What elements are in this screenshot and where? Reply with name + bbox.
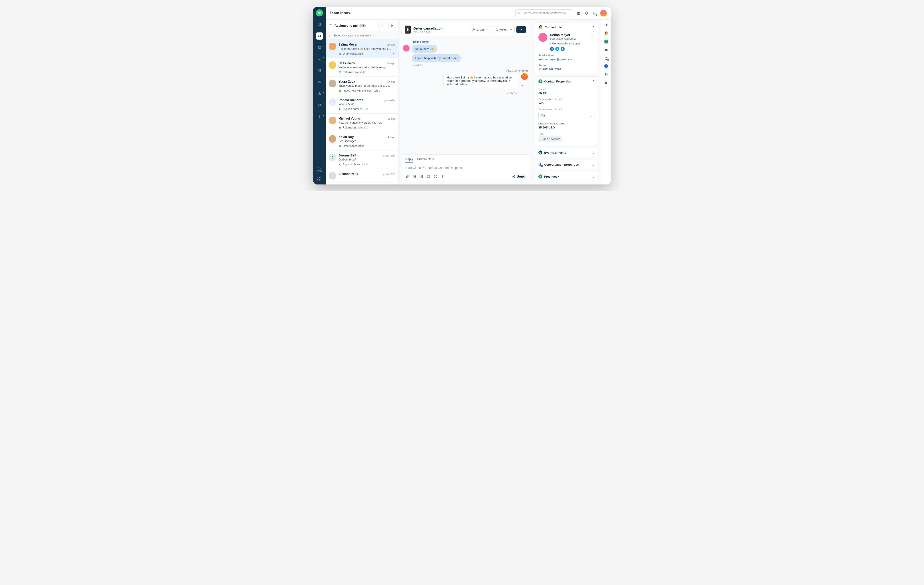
email-value[interactable]: selina.meyer@gmail.com	[538, 58, 595, 61]
contact-conversation-count: 4 Conversations (2 open)	[550, 42, 587, 45]
send-icon	[512, 175, 515, 178]
more-icon[interactable]	[441, 175, 444, 178]
filter-label[interactable]: Assigned to me 34	[335, 24, 366, 27]
conversation-item[interactable]: Eleanor Pena4 Jan 2022	[326, 169, 398, 182]
nav-segments-icon[interactable]	[316, 44, 323, 51]
freshdesk-header[interactable]: f Freshdesk ⌄	[535, 172, 598, 181]
svg-point-42	[606, 83, 607, 83]
nav-messages-icon[interactable]	[316, 102, 323, 109]
search-input[interactable]: Search conversation, contacts,etc.	[515, 9, 573, 17]
user-avatar[interactable]	[600, 10, 607, 17]
svg-point-3	[318, 46, 319, 47]
conversation-item[interactable]: J Jerome Bell9 Jan 2022 Outbound call Su…	[326, 150, 398, 169]
expand-icon[interactable]	[604, 23, 608, 27]
svg-point-6	[320, 48, 321, 49]
conversation-preview: How do I cancel my order? Pls help	[338, 121, 395, 124]
svg-point-36	[442, 176, 443, 177]
nav-knowledge-icon[interactable]	[316, 67, 323, 74]
facebook-icon[interactable]: f	[561, 47, 564, 51]
tab-private-note[interactable]: Private Note	[417, 157, 434, 163]
channel-mobile-icon	[405, 26, 411, 33]
bell-icon[interactable]	[584, 11, 589, 16]
widget-headset-icon[interactable]	[604, 72, 608, 76]
clv-value: $5,505 USD	[538, 126, 595, 129]
chevron-down-icon	[486, 28, 488, 31]
nav-contacts-icon[interactable]	[316, 56, 323, 63]
contact-location: San Mateo, California	[550, 37, 587, 40]
top-bar: Team Inbox Search conversation, contacts…	[326, 7, 611, 20]
conversation-preview: Thankyou so much for the reply Jake. Ca.…	[338, 84, 395, 88]
nav-cloud-icon[interactable]: Five9	[316, 166, 323, 173]
conversation-time: 2d ago	[388, 117, 395, 120]
widget-diamond-icon[interactable]	[604, 64, 609, 69]
edit-contact-button[interactable]	[590, 33, 595, 38]
agent-dropdown[interactable]: Mike...	[493, 26, 515, 33]
linkedin-icon[interactable]: in	[550, 47, 554, 51]
conversation-item[interactable]: Selina Meyer2m ago Hey there Selina 👋 I …	[326, 40, 398, 58]
nav-inbox-icon[interactable]	[316, 33, 323, 40]
filter-count-badge: 34	[360, 24, 366, 27]
gift-icon[interactable]	[576, 11, 581, 16]
resolve-button[interactable]	[516, 26, 526, 33]
locale-value: en-GB	[538, 91, 595, 95]
emoji-icon[interactable]	[434, 175, 437, 178]
tab-reply[interactable]: Reply	[405, 157, 413, 163]
widget-add-user-icon[interactable]	[604, 56, 608, 60]
widget-sliders-icon[interactable]	[604, 81, 608, 85]
chevron-up-icon: ⌃	[592, 26, 595, 29]
message-bubble: Hello there 👋	[412, 45, 437, 53]
social-links: in t f	[550, 47, 587, 51]
filter-settings-button[interactable]	[388, 22, 395, 29]
conversation-props-header[interactable]: 👤 Conversation properties ⌄	[535, 160, 598, 169]
send-button[interactable]: Send	[512, 175, 525, 178]
nav-settings-icon[interactable]	[316, 113, 323, 121]
delivered-icon: »	[521, 84, 523, 87]
nav-rail: Five9	[313, 7, 326, 185]
image-icon[interactable]	[427, 175, 430, 178]
svg-point-7	[319, 58, 320, 59]
canned-response-icon[interactable]	[412, 175, 416, 178]
conversation-item[interactable]: Michael Young2d ago How do I cancel my o…	[326, 114, 398, 132]
sort-row[interactable]: Sorted by Newest conversations	[326, 32, 398, 40]
article-icon[interactable]	[419, 175, 423, 178]
phone-icon	[338, 163, 342, 166]
widget-camera-icon[interactable]	[604, 48, 608, 52]
widget-info-icon[interactable]: i	[604, 40, 608, 43]
conversation-channel: Order cancellation	[338, 144, 395, 147]
contact-avatar	[329, 135, 336, 143]
group-dropdown[interactable]: Group	[470, 26, 491, 33]
nav-bot-icon[interactable]	[316, 79, 323, 86]
conversation-item[interactable]: Bess Kairo8m ago We have a few mandatory…	[326, 58, 398, 77]
svg-point-4	[320, 46, 321, 47]
nav-dashboard-icon[interactable]	[316, 21, 323, 28]
conversation-item[interactable]: R Ronald Richardsyesterday Inbound call …	[326, 95, 398, 114]
composer-input[interactable]: Start with a "/" to add a Canned Respons…	[402, 163, 529, 173]
contact-avatar	[329, 61, 336, 69]
attachment-icon[interactable]	[405, 175, 409, 178]
svg-point-10	[320, 82, 320, 83]
svg-rect-38	[605, 24, 607, 26]
svg-point-16	[391, 25, 392, 25]
tag-chip[interactable]: Brand Advocate	[538, 136, 563, 142]
conversation-item[interactable]: Kevin Roy4d ago Sent 2 images Order canc…	[326, 132, 398, 150]
monitor-check-icon[interactable]: ✓	[592, 11, 597, 16]
nav-apps-icon[interactable]	[317, 177, 322, 181]
person-icon: 👩‍💼	[538, 25, 543, 29]
contact-props-header[interactable]: i Contact Properties ⌃	[535, 77, 598, 86]
widget-profile-icon[interactable]: 👩‍💼	[604, 31, 608, 36]
sort-toggle-button[interactable]	[378, 22, 385, 29]
contact-name: Michael Young	[338, 117, 360, 120]
brand-logo[interactable]	[316, 9, 323, 17]
twitter-icon[interactable]: t	[555, 47, 559, 51]
message-bubble: Hey there Selina 👋 I see that you had pl…	[443, 73, 519, 88]
events-timeline-header[interactable]: ◷ Events timeline ⌄	[535, 148, 598, 157]
contact-info-header[interactable]: 👩‍💼 Contact info ⌃	[535, 22, 598, 32]
conversation-pane: Order cancellation via Mobile SDK Group …	[398, 20, 532, 185]
conversation-item[interactable]: Yusra Zoya2h ago Thankyou so much for th…	[326, 77, 398, 95]
phone-value[interactable]: +1 782 342 2398	[538, 68, 595, 71]
conversation-channel: Order cancellation↩	[338, 52, 395, 55]
message-list: Selina Meyer Hello there 👋 I need help w…	[398, 36, 532, 152]
premium-select[interactable]: Yes ⌄	[538, 112, 595, 119]
svg-point-17	[392, 25, 393, 26]
nav-billing-icon[interactable]	[316, 90, 323, 98]
